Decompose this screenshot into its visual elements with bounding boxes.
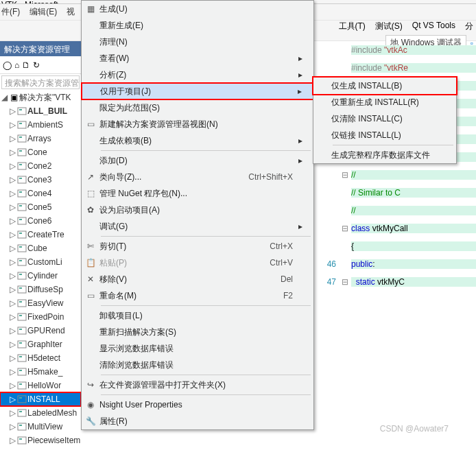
tree-item-all_buil[interactable]: ▷ALL_BUIL xyxy=(0,104,81,118)
tree-item-cube[interactable]: ▷Cube xyxy=(0,241,81,255)
svg-rect-17 xyxy=(19,219,22,220)
svg-rect-16 xyxy=(18,217,26,224)
menu-tools[interactable]: 工具(T) xyxy=(339,21,366,32)
svg-rect-13 xyxy=(19,191,22,193)
menu-[interactable]: 清除浏览数据库错误 xyxy=(82,357,313,373)
svg-rect-39 xyxy=(19,370,22,371)
tree-item-h5make_[interactable]: ▷H5make_ xyxy=(0,365,81,379)
submenu-project-only[interactable]: 仅生成 INSTALL(B)仅重新生成 INSTALL(R)仅清除 INSTAL… xyxy=(313,77,457,164)
back-icon[interactable]: ◯ xyxy=(3,60,12,70)
context-menu[interactable]: ▦生成(U)重新生成(E)清理(N)查看(W)▸分析(Z)▸仅用于项目(J)▸限… xyxy=(81,0,314,430)
tree-item-diffusesp[interactable]: ▷DiffuseSp xyxy=(0,283,81,296)
tree-item-piecewiseitem[interactable]: ▷PiecewiseItem xyxy=(0,434,81,447)
svg-rect-18 xyxy=(18,231,26,238)
menu-analyze[interactable]: 分 xyxy=(465,21,473,32)
svg-rect-6 xyxy=(18,149,26,156)
menu-m[interactable]: ▭重命名(M)F2 xyxy=(82,287,313,304)
svg-rect-29 xyxy=(19,301,22,303)
tree-item-gpurend[interactable]: ▷GPURend xyxy=(0,324,81,338)
menu-[interactable]: 显示浏览数据库错误 xyxy=(82,340,313,357)
tree-item-easyview[interactable]: ▷EasyView xyxy=(0,296,81,310)
tree-item-cone6[interactable]: ▷Cone6 xyxy=(0,214,81,228)
tree-item-cone2[interactable]: ▷Cone2 xyxy=(0,159,81,173)
tree-item-customli[interactable]: ▷CustomLi xyxy=(0,255,81,269)
menu-r[interactable]: 🔧属性(R) xyxy=(82,413,313,429)
menu-b[interactable]: 生成依赖项(B)▸ xyxy=(82,132,313,149)
tree-item-arrays[interactable]: ▷Arrays xyxy=(0,132,81,145)
solution-tree[interactable]: ◢▣解决方案"VTK▷ALL_BUIL▷AmbientS▷Arrays▷Cone… xyxy=(0,91,81,447)
submenu-installl[interactable]: 仅链接 INSTALL(L) xyxy=(313,127,456,143)
menu-w[interactable]: 查看(W)▸ xyxy=(82,50,313,67)
svg-rect-44 xyxy=(18,410,26,416)
tree-item-h5detect[interactable]: ▷H5detect xyxy=(0,351,81,365)
svg-rect-5 xyxy=(19,137,22,138)
project-icon xyxy=(16,202,27,212)
menu-x[interactable]: ↪在文件资源管理器中打开文件夹(X) xyxy=(82,377,313,393)
menu-nugetn[interactable]: ⬚管理 NuGet 程序包(N)... xyxy=(82,185,313,202)
tree-item-cone5[interactable]: ▷Cone5 xyxy=(0,200,81,214)
svg-rect-28 xyxy=(18,300,26,307)
menu-qt[interactable]: Qt VS Tools xyxy=(412,21,455,32)
submenu-[interactable]: 生成完整程序库数据库文件 xyxy=(313,147,456,163)
tree-item-cone4[interactable]: ▷Cone4 xyxy=(0,187,81,200)
sync-icon[interactable]: 🗋 xyxy=(22,60,30,70)
submenu-installc[interactable]: 仅清除 INSTALL(C) xyxy=(313,110,456,127)
project-icon xyxy=(16,134,27,143)
menu-v[interactable]: ✕移除(V)Del xyxy=(82,271,313,287)
refresh-icon[interactable]: ↻ xyxy=(33,60,40,70)
project-icon xyxy=(16,326,27,335)
menu-l[interactable]: 卸载项目(L) xyxy=(82,307,313,324)
panel-header: 解决方案资源管理 xyxy=(0,41,81,56)
home-icon[interactable]: ⌂ xyxy=(14,60,19,70)
menu-s[interactable]: 重新扫描解决方案(S) xyxy=(82,324,313,340)
startup-icon: ✿ xyxy=(82,205,99,215)
menu-test[interactable]: 测试(S) xyxy=(375,21,403,32)
tree-item-ambients[interactable]: ▷AmbientS xyxy=(0,118,81,132)
menu-p: 📋粘贴(P)Ctrl+V xyxy=(82,254,313,271)
tree-item-cone[interactable]: ▷Cone xyxy=(0,145,81,159)
solution-root[interactable]: ◢▣解决方案"VTK xyxy=(0,91,81,104)
menu-nsightuserproperties[interactable]: ◉Nsight User Properties xyxy=(82,396,313,413)
menu-edit[interactable]: 编辑(E) xyxy=(29,6,57,18)
menu-e[interactable]: 重新生成(E) xyxy=(82,17,313,34)
svg-rect-12 xyxy=(18,190,26,197)
svg-rect-1 xyxy=(19,109,22,110)
menu-s[interactable]: 限定为此范围(S) xyxy=(82,99,313,116)
menu-d[interactable]: 添加(D)▸ xyxy=(82,152,313,169)
tree-item-cylinder[interactable]: ▷Cylinder xyxy=(0,269,81,283)
tree-item-createtre[interactable]: ▷CreateTre xyxy=(0,228,81,241)
menu-z[interactable]: ↗类向导(Z)...Ctrl+Shift+X xyxy=(82,169,313,185)
project-icon xyxy=(16,244,27,253)
menu-u[interactable]: ▦生成(U) xyxy=(82,1,313,17)
cut-icon: ✄ xyxy=(82,241,99,251)
svg-rect-0 xyxy=(18,108,26,115)
menu-file[interactable]: 件(F) xyxy=(1,6,20,18)
tree-item-cone3[interactable]: ▷Cone3 xyxy=(0,173,81,187)
menu-n[interactable]: 清理(N) xyxy=(82,34,313,50)
menu-view[interactable]: 视 xyxy=(67,6,75,18)
svg-rect-11 xyxy=(19,178,22,179)
menu-n[interactable]: ▭新建解决方案资源管理器视图(N) xyxy=(82,116,313,132)
submenu-installr[interactable]: 仅重新生成 INSTALL(R) xyxy=(313,94,456,110)
menu-z[interactable]: 分析(Z)▸ xyxy=(82,67,313,83)
menu-t[interactable]: ✄剪切(T)Ctrl+X xyxy=(82,238,313,254)
svg-rect-41 xyxy=(19,383,22,385)
build-icon: ▦ xyxy=(82,4,99,14)
menu-g[interactable]: 调试(G)▸ xyxy=(82,218,313,235)
project-icon xyxy=(16,422,27,431)
tree-item-multiview[interactable]: ▷MultiView xyxy=(0,420,81,434)
tree-item-install[interactable]: ▷INSTALL xyxy=(0,392,81,406)
tree-item-hellowor[interactable]: ▷HelloWor xyxy=(0,379,81,392)
project-icon xyxy=(16,285,27,294)
project-icon xyxy=(16,340,27,349)
search-input[interactable]: 搜索解决方案资源管 xyxy=(1,75,80,89)
menu-j[interactable]: 仅用于项目(J)▸ xyxy=(82,83,313,99)
svg-rect-9 xyxy=(19,164,22,165)
tree-item-graphiter[interactable]: ▷GraphIter xyxy=(0,338,81,351)
menu-a[interactable]: ✿设为启动项目(A) xyxy=(82,202,313,218)
project-icon xyxy=(16,436,27,445)
tree-item-labeledmesh[interactable]: ▷LabeledMesh xyxy=(0,406,81,420)
tree-item-fixedpoin[interactable]: ▷FixedPoin xyxy=(0,310,81,324)
submenu-installb[interactable]: 仅生成 INSTALL(B) xyxy=(313,78,456,94)
svg-rect-15 xyxy=(19,205,22,206)
